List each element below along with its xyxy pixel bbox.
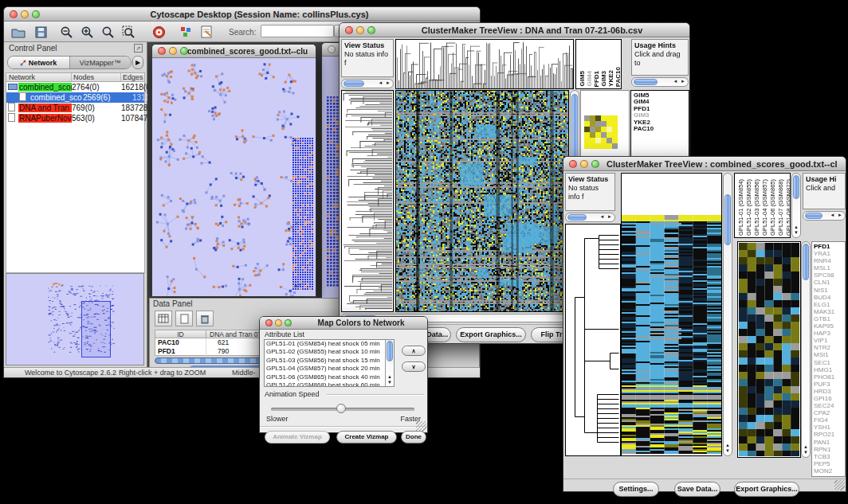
settings-button[interactable]: Settings... — [613, 482, 659, 497]
global-heatmap-panel[interactable] — [621, 173, 722, 456]
gene-label[interactable]: SEC1 — [814, 359, 845, 366]
attribute-item[interactable]: GPL51-06 (GSM865) heat shock 40 min — [265, 373, 385, 381]
zoom-fit-icon[interactable] — [98, 23, 117, 41]
minimize-button[interactable] — [580, 160, 588, 168]
gene-label[interactable]: PAN1 — [814, 439, 845, 446]
birdseye-view[interactable] — [6, 273, 144, 365]
gene-label[interactable]: HMG1 — [814, 366, 845, 373]
summary-heatmap[interactable] — [584, 115, 618, 149]
zoom-button[interactable] — [367, 26, 375, 34]
gene-label[interactable]: PFD1 — [814, 243, 845, 250]
gene-label[interactable]: RNR4 — [814, 257, 845, 264]
annotation-icon[interactable] — [197, 23, 216, 41]
table-icon[interactable] — [155, 311, 172, 326]
close-button[interactable] — [569, 160, 577, 168]
gene-label[interactable]: NTR2 — [814, 344, 845, 351]
gene-label[interactable]: HAP3 — [814, 330, 845, 337]
gene-label[interactable]: GTB1 — [814, 315, 845, 322]
gene-label[interactable]: NIS1 — [814, 287, 845, 294]
gene-label[interactable]: MSL1 — [814, 264, 845, 272]
network-tree-row[interactable]: RNAPuberNov2+|563(0)107847(0) — [6, 113, 144, 123]
usage-scrollbar[interactable]: ◄ ► — [631, 77, 689, 87]
export-graphics-button[interactable]: Export Graphics... — [734, 482, 799, 497]
heatmap-view[interactable] — [395, 90, 569, 312]
attribute-item[interactable]: GPL51-04 (GSM857) heat shock 20 min — [265, 365, 385, 373]
gene-label[interactable]: SEC24 — [814, 402, 845, 409]
attribute-item[interactable]: GPL51-02 (GSM855) heat shock 10 min — [265, 348, 385, 356]
speed-slider-thumb[interactable] — [336, 404, 346, 413]
gene-label[interactable]: CLN1 — [814, 279, 845, 286]
treeview1-titlebar[interactable]: ClusterMaker TreeView : DNA and Tran 07-… — [340, 23, 689, 37]
status-scrollbar[interactable]: ◄ ► — [565, 213, 615, 222]
column-dendrogram[interactable] — [395, 39, 574, 89]
zoom-button[interactable] — [591, 160, 599, 168]
gene-label[interactable]: RPN1 — [814, 446, 845, 453]
network-canvas[interactable] — [152, 58, 316, 296]
resize-grip[interactable] — [834, 480, 845, 490]
attribute-list-scrollbar[interactable]: ▲▼ — [385, 340, 394, 386]
gene-label[interactable]: FIG4 — [814, 416, 845, 424]
gene-label[interactable]: KAP95 — [814, 322, 845, 330]
animate-vizmap-button[interactable]: Animate Vizmap — [265, 431, 330, 443]
gene-label[interactable]: MSI1 — [814, 351, 845, 358]
attribute-item[interactable]: GPL51-07 (GSM868) heat shock 60 min — [265, 381, 385, 386]
trash-icon[interactable] — [196, 311, 214, 326]
gene-label[interactable]: PHO81 — [814, 373, 845, 381]
gene-label[interactable]: VIP1 — [814, 337, 845, 344]
minimize-button[interactable] — [275, 319, 282, 326]
tab-vizmapper[interactable]: VizMapper™ — [70, 57, 132, 68]
zoom-out-icon[interactable] — [57, 23, 76, 41]
tab-overflow-button[interactable]: ▶ — [132, 56, 143, 69]
zoom-vscrollbar[interactable]: ▲▼ — [801, 241, 811, 458]
scrollbar-thumb[interactable] — [567, 214, 587, 221]
scrollbar-thumb[interactable] — [805, 213, 822, 219]
zoom-button[interactable] — [285, 319, 292, 326]
new-file-icon[interactable] — [175, 311, 193, 326]
close-button[interactable] — [158, 47, 166, 55]
treeview2-titlebar[interactable]: ClusterMaker TreeView : combined_scores_… — [563, 157, 846, 171]
close-button[interactable] — [345, 26, 353, 34]
dialog-titlebar[interactable]: Map Colors to Network — [260, 317, 427, 330]
network-tree-row[interactable]: combined_sco2569(6)13112(15) — [6, 92, 144, 103]
create-vizmap-button[interactable]: Create Vizmap — [336, 431, 397, 443]
column-labels-scrollbar[interactable]: ▲▼ — [791, 173, 801, 238]
gene-label[interactable]: YRA1 — [814, 250, 845, 257]
save-data-button[interactable]: Save Data... — [674, 482, 720, 497]
open-session-icon[interactable] — [9, 23, 28, 41]
gene-label[interactable]: PUF3 — [814, 381, 845, 388]
network-tree-row[interactable]: combined_scores_2764(0)16218(0) — [6, 82, 144, 92]
tab-network[interactable]: Network — [8, 57, 70, 68]
scrollbar-thumb[interactable] — [634, 79, 658, 85]
minimize-button[interactable] — [21, 10, 29, 18]
export-graphics-button[interactable]: Export Graphics... — [456, 327, 526, 342]
gene-label[interactable]: GPI16 — [814, 395, 845, 402]
usage-scrollbar[interactable]: ◄ ► — [803, 211, 846, 221]
gene-label[interactable]: MON2 — [814, 467, 845, 475]
gene-label[interactable]: RPO21 — [814, 431, 845, 438]
zoom-in-icon[interactable] — [77, 23, 96, 41]
network-tree-row[interactable]: DNA and Tran 07769(0)183728(0) — [6, 103, 144, 113]
done-button[interactable]: Done — [401, 431, 426, 443]
zoom-selected-icon[interactable] — [119, 23, 138, 41]
gene-label[interactable]: SPC98 — [814, 272, 845, 279]
close-button[interactable] — [265, 319, 273, 326]
resize-grip[interactable] — [416, 421, 426, 432]
minimize-button[interactable] — [356, 26, 364, 34]
scrollbar-thumb[interactable] — [724, 194, 731, 245]
help-ring-icon[interactable] — [149, 23, 168, 41]
scrollbar-thumb[interactable] — [793, 175, 799, 199]
gene-label[interactable]: CPA2 — [814, 409, 845, 416]
gene-label[interactable]: BUD4 — [814, 294, 845, 301]
vizmapper-icon[interactable] — [176, 23, 195, 41]
close-button[interactable] — [328, 45, 336, 53]
move-down-button[interactable]: ∨ — [402, 361, 426, 372]
main-titlebar[interactable]: Cytoscape Desktop (Session Name: collins… — [4, 7, 480, 21]
matrix-row-label[interactable]: PAC10 — [634, 126, 689, 132]
row-dendrogram[interactable] — [565, 224, 621, 456]
gene-label[interactable]: YSH1 — [814, 424, 845, 431]
attribute-item[interactable]: GPL51-03 (GSM856) heat shock 15 min — [265, 357, 385, 365]
minimize-button[interactable] — [169, 47, 177, 55]
move-up-button[interactable]: ∧ — [402, 346, 426, 356]
network-view-titlebar[interactable]: combined_scores_good.txt--cluste... — [152, 45, 316, 58]
row-dendrogram[interactable] — [341, 90, 394, 312]
